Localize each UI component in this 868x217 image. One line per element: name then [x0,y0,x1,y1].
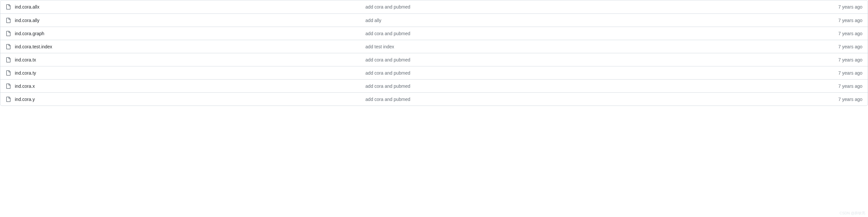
file-name-link[interactable]: ind.cora.ally [15,18,39,23]
commit-age: 7 years ago [833,4,862,9]
file-row[interactable]: ind.cora.graph add cora and pubmed 7 yea… [0,27,868,40]
file-row[interactable]: ind.cora.ty add cora and pubmed 7 years … [0,66,868,79]
commit-age: 7 years ago [833,70,862,76]
file-name-cell: ind.cora.ty [6,70,366,76]
file-name-link[interactable]: ind.cora.graph [15,31,44,36]
file-name-cell: ind.cora.y [6,97,366,102]
file-row[interactable]: ind.cora.x add cora and pubmed 7 years a… [0,79,868,93]
file-name-cell: ind.cora.x [6,83,366,89]
file-name-link[interactable]: ind.cora.tx [15,57,36,63]
commit-age: 7 years ago [833,97,862,102]
commit-age: 7 years ago [833,83,862,89]
file-icon [6,31,11,36]
commit-message-link[interactable]: add cora and pubmed [366,57,833,63]
file-row[interactable]: ind.cora.allx add cora and pubmed 7 year… [0,0,868,13]
file-name-link[interactable]: ind.cora.allx [15,4,39,9]
file-row[interactable]: ind.cora.tx add cora and pubmed 7 years … [0,53,868,66]
file-icon [6,83,11,89]
commit-message-link[interactable]: add test index [366,44,833,49]
file-name-cell: ind.cora.graph [6,31,366,36]
commit-message-link[interactable]: add cora and pubmed [366,97,833,102]
file-icon [6,57,11,63]
commit-age: 7 years ago [833,18,862,23]
file-icon [6,18,11,23]
file-name-link[interactable]: ind.cora.test.index [15,44,52,49]
file-name-cell: ind.cora.tx [6,57,366,63]
commit-message-link[interactable]: add cora and pubmed [366,4,833,9]
commit-message-link[interactable]: add cora and pubmed [366,31,833,36]
file-icon [6,70,11,76]
file-row[interactable]: ind.cora.test.index add test index 7 yea… [0,40,868,53]
commit-message-link[interactable]: add cora and pubmed [366,83,833,89]
file-row[interactable]: ind.cora.y add cora and pubmed 7 years a… [0,93,868,106]
file-name-cell: ind.cora.test.index [6,44,366,49]
file-name-link[interactable]: ind.cora.x [15,83,35,89]
file-icon [6,97,11,102]
file-icon [6,44,11,49]
commit-message-link[interactable]: add ally [366,18,833,23]
file-name-cell: ind.cora.ally [6,18,366,23]
file-list-table: ind.cora.allx add cora and pubmed 7 year… [0,0,868,106]
file-name-link[interactable]: ind.cora.ty [15,70,36,76]
file-name-cell: ind.cora.allx [6,4,366,9]
file-row[interactable]: ind.cora.ally add ally 7 years ago [0,13,868,27]
commit-age: 7 years ago [833,31,862,36]
file-name-link[interactable]: ind.cora.y [15,97,35,102]
commit-age: 7 years ago [833,44,862,49]
commit-message-link[interactable]: add cora and pubmed [366,70,833,76]
commit-age: 7 years ago [833,57,862,63]
file-icon [6,4,11,9]
